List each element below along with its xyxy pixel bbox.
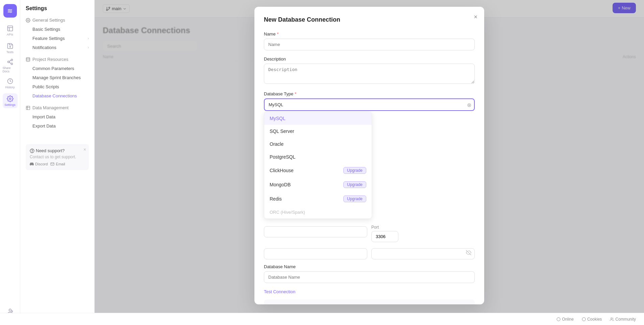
support-title: Need support? [30,148,85,153]
select-clear-button[interactable]: ⊗ [467,101,471,108]
sidebar-item-settings[interactable]: Settings [3,93,18,108]
common-params-item[interactable]: Common Parameters [20,64,94,73]
notifications-item[interactable]: Notifications› [20,43,94,52]
general-settings-header[interactable]: General Settings [20,16,94,25]
option-orc[interactable]: ORC (Hive/Spark) [264,206,372,218]
icon-sidebar: ≋ APIs Tests Share Docs History Settings… [0,0,20,325]
settings-title: Settings [20,5,94,16]
svg-point-13 [32,152,32,152]
discord-link[interactable]: Discord [30,162,48,166]
sidebar-item-history[interactable]: History [3,76,18,91]
svg-point-9 [27,20,29,21]
svg-point-19 [582,318,586,321]
database-type-select-wrapper: ⊗ [264,98,475,111]
project-resources-label: Project Resources [32,57,68,62]
support-description: Contact us to get support. [30,155,85,159]
mongodb-upgrade-badge: Upgrade [343,181,366,188]
sidebar-item-tests[interactable]: Tests [3,41,18,55]
description-field-group: Description [264,56,475,85]
redis-label: Redis [270,196,282,202]
option-oracle[interactable]: Oracle [264,138,372,150]
name-input[interactable] [264,39,475,50]
name-field-group: Name * [264,31,475,50]
database-connections-item[interactable]: Database Connections [20,91,94,100]
option-clickhouse[interactable]: ClickHouse Upgrade [264,163,372,178]
app-logo[interactable]: ≋ [3,4,17,18]
bottom-bar: Online Cookies Community [0,313,644,325]
online-status[interactable]: Online [556,317,574,322]
port-label: Port [371,225,475,230]
settings-sidebar: Settings General Settings Basic Settings… [20,0,95,325]
svg-point-5 [9,98,11,99]
password-input[interactable] [371,248,475,259]
name-label: Name * [264,31,475,37]
host-input[interactable] [264,226,367,237]
support-box: × Need support? Contact us to get suppor… [26,144,89,170]
option-mysql[interactable]: MySQL [264,112,372,125]
public-scripts-item[interactable]: Public Scripts [20,82,94,91]
host-port-row: Port [264,225,475,242]
username-input[interactable] [264,248,367,259]
svg-rect-11 [26,106,30,110]
email-link[interactable]: Email [50,162,65,166]
project-resources-header[interactable]: Project Resources [20,55,94,64]
svg-point-2 [7,61,9,63]
clickhouse-upgrade-badge: Upgrade [343,167,366,174]
database-type-input[interactable] [264,98,475,111]
export-data-item[interactable]: Export Data [20,121,94,131]
description-label: Description [264,56,475,62]
svg-point-10 [26,57,30,59]
option-sqlserver[interactable]: SQL Server [264,125,372,138]
sqlserver-label: SQL Server [270,129,294,134]
svg-point-18 [557,318,560,321]
sidebar-item-apis[interactable]: APIs [3,23,18,38]
clickhouse-label: ClickHouse [270,168,294,173]
credentials-row [264,247,475,259]
svg-rect-0 [7,26,13,31]
feature-settings-item[interactable]: Feature Settings› [20,34,94,43]
name-required: * [277,31,279,37]
support-close-button[interactable]: × [83,147,86,152]
svg-point-1 [11,59,13,61]
database-name-input[interactable] [264,271,475,283]
cookies-button[interactable]: Cookies [582,317,602,322]
basic-settings-item[interactable]: Basic Settings [20,25,94,34]
data-management-header[interactable]: Data Management [20,103,94,112]
database-type-label: Database Type * [264,91,475,96]
modal-title: New Database Connection [264,16,475,23]
password-toggle-icon[interactable] [466,250,471,257]
postgresql-label: PostgreSQL [270,154,295,160]
database-name-group: Database Name [264,264,475,283]
data-management-label: Data Management [32,105,69,110]
database-type-dropdown: MySQL SQL Server Oracle PostgreSQL Click… [264,112,372,219]
mongodb-label: MongoDB [270,182,291,187]
modal-overlay: New Database Connection × Name * Descrip… [95,0,644,325]
orc-label: ORC (Hive/Spark) [270,210,305,215]
modal-close-button[interactable]: × [474,14,477,21]
port-field: Port [371,225,475,242]
redis-upgrade-badge: Upgrade [343,195,366,202]
test-connection-link[interactable]: Test Connection [264,289,475,294]
sprint-branches-item[interactable]: Manage Sprint Branches [20,73,94,82]
community-button[interactable]: Community [610,317,636,322]
port-input[interactable] [371,231,398,242]
database-type-field-group: Database Type * ⊗ MySQL SQL Server [264,91,475,219]
password-field [371,247,475,259]
main-content: main Database Connections Name Actions +… [95,0,644,325]
svg-point-3 [11,63,13,65]
option-mongodb[interactable]: MongoDB Upgrade [264,178,372,192]
import-data-item[interactable]: Import Data [20,112,94,121]
general-settings-label: General Settings [32,18,65,23]
option-postgresql[interactable]: PostgreSQL [264,150,372,163]
username-field [264,247,367,259]
mysql-label: MySQL [270,116,286,121]
svg-point-6 [9,309,11,311]
security-note: For security purposes, Database Host , P… [264,300,475,304]
type-required: * [295,91,296,96]
svg-point-20 [611,318,612,319]
description-textarea[interactable] [264,64,475,84]
sidebar-item-share-docs[interactable]: Share Docs [3,58,18,73]
option-redis[interactable]: Redis Upgrade [264,192,372,206]
oracle-label: Oracle [270,141,283,147]
host-field [264,225,367,242]
